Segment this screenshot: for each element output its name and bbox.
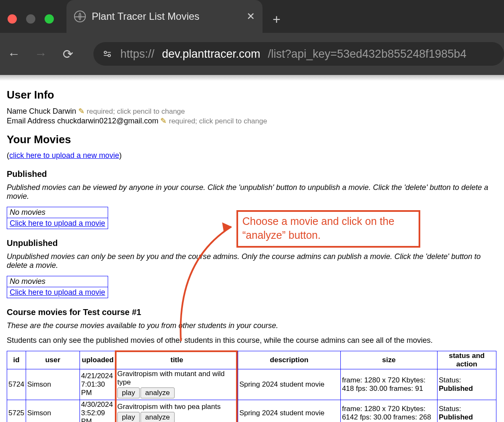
url-scheme: https:// bbox=[120, 48, 154, 61]
close-tab-icon[interactable]: ✕ bbox=[247, 11, 255, 22]
th-uploaded: uploaded bbox=[80, 351, 116, 369]
window-minimize-icon[interactable] bbox=[26, 14, 35, 24]
annotation-text: Choose a movie and click on the “analyze… bbox=[242, 215, 394, 241]
th-title: title bbox=[116, 351, 238, 369]
cell-id: 5725 bbox=[7, 400, 26, 422]
cell-user: Simson bbox=[26, 400, 80, 422]
browser-toolbar: ← → ⟳ https://dev.planttracer.com/list?a… bbox=[0, 33, 504, 75]
upload-post: ) bbox=[119, 151, 122, 160]
unpublished-no-movies: No movies bbox=[10, 277, 45, 286]
play-button[interactable]: play bbox=[117, 387, 140, 398]
page-shadow bbox=[0, 75, 504, 81]
address-bar[interactable]: https://dev.planttracer.com/list?api_key… bbox=[93, 42, 504, 66]
cell-user: Simson bbox=[26, 369, 80, 400]
unpublished-upload-link[interactable]: Click here to upload a movie bbox=[10, 288, 105, 296]
user-email-row: Email Address chuckdarwin0212@gmail.com … bbox=[7, 116, 497, 126]
cell-status: Status: Published bbox=[437, 369, 496, 400]
th-id: id bbox=[7, 351, 26, 369]
user-info-heading: User Info bbox=[7, 88, 497, 101]
cell-status: Status: Published bbox=[437, 400, 496, 422]
user-name-helper: required; click pencil to change bbox=[87, 107, 185, 115]
annotation-callout: Choose a movie and click on the “analyze… bbox=[236, 210, 420, 248]
table-header-row: id user uploaded title description size … bbox=[7, 351, 496, 369]
play-button[interactable]: play bbox=[117, 412, 140, 422]
tab-title: Plant Tracer List Movies bbox=[92, 11, 199, 22]
browser-tab[interactable]: Plant Tracer List Movies ✕ bbox=[66, 0, 263, 33]
svg-point-3 bbox=[108, 54, 111, 57]
svg-point-0 bbox=[104, 51, 107, 54]
pencil-icon[interactable]: ✎ bbox=[160, 117, 167, 125]
th-size: size bbox=[340, 351, 437, 369]
unpublished-mini-table: No movies Click here to upload a movie bbox=[7, 276, 108, 298]
user-email-value: chuckdarwin0212@gmail.com bbox=[57, 117, 158, 125]
analyze-button[interactable]: analyze bbox=[141, 412, 175, 422]
cell-uploaded: 4/30/2024 3:52:09 PM bbox=[80, 400, 116, 422]
course-desc-italic: These are the course movies available to… bbox=[7, 321, 497, 330]
table-row: 5724Simson4/21/2024 7:01:30 PMGravitropi… bbox=[7, 369, 496, 400]
published-desc: Published movies can be viewed by anyone… bbox=[7, 183, 497, 201]
upload-new-movie-link[interactable]: click here to upload a new movie bbox=[9, 151, 119, 160]
course-movies-table: id user uploaded title description size … bbox=[7, 351, 496, 422]
window-controls bbox=[8, 14, 54, 24]
user-email-helper: required; click pencil to change bbox=[169, 117, 267, 125]
th-user: user bbox=[26, 351, 80, 369]
published-mini-table: No movies Click here to upload a movie bbox=[7, 207, 108, 229]
unpublished-desc: Unpublished movies can only be seen by y… bbox=[7, 252, 497, 270]
movie-title: Gravitropism with mutant and wild type bbox=[117, 370, 236, 387]
user-email-label: Email Address bbox=[7, 117, 55, 125]
pencil-icon[interactable]: ✎ bbox=[78, 107, 85, 115]
window-close-icon[interactable] bbox=[8, 14, 17, 24]
cell-id: 5724 bbox=[7, 369, 26, 400]
cell-description: Spring 2024 student movie bbox=[238, 369, 340, 400]
published-heading: Published bbox=[7, 169, 497, 179]
cell-size: frame: 1280 x 720 Kbytes: 6142 fps: 30.0… bbox=[340, 400, 437, 422]
window-maximize-icon[interactable] bbox=[45, 14, 54, 24]
user-name-row: Name Chuck Darwin ✎ required; click penc… bbox=[7, 107, 497, 116]
back-button[interactable]: ← bbox=[8, 47, 20, 61]
upload-new-movie-row: (click here to upload a new movie) bbox=[7, 151, 497, 160]
analyze-button[interactable]: analyze bbox=[141, 387, 175, 398]
cell-title: Gravitropism with mutant and wild typepl… bbox=[116, 369, 238, 400]
th-status: status and action bbox=[437, 351, 496, 369]
user-name-value: Chuck Darwin bbox=[29, 107, 76, 115]
your-movies-heading: Your Movies bbox=[7, 133, 497, 146]
movie-title: Gravitropism with two pea plants bbox=[117, 403, 236, 411]
cell-title: Gravitropism with two pea plantsplayanal… bbox=[116, 400, 238, 422]
table-row: 5725Simson4/30/2024 3:52:09 PMGravitropi… bbox=[7, 400, 496, 422]
forward-button: → bbox=[34, 47, 47, 61]
published-upload-link[interactable]: Click here to upload a movie bbox=[10, 219, 105, 227]
new-tab-icon[interactable]: + bbox=[273, 13, 281, 26]
page-content: User Info Name Chuck Darwin ✎ required; … bbox=[0, 88, 504, 422]
cell-description: Spring 2024 student movie bbox=[238, 400, 340, 422]
user-name-label: Name bbox=[7, 107, 27, 115]
cell-size: frame: 1280 x 720 Kbytes: 418 fps: 30.00… bbox=[340, 369, 437, 400]
site-settings-icon[interactable] bbox=[102, 48, 113, 59]
cell-uploaded: 4/21/2024 7:01:30 PM bbox=[80, 369, 116, 400]
course-heading: Course movies for Test course #1 bbox=[7, 307, 497, 317]
th-description: description bbox=[238, 351, 340, 369]
url-path: /list?api_key=53ed432b855248f1985b4 bbox=[268, 48, 467, 61]
url-domain: dev.planttracer.com bbox=[162, 48, 260, 61]
svg-marker-6 bbox=[222, 222, 231, 232]
course-desc-normal: Students can only see the published movi… bbox=[7, 336, 497, 345]
browser-chrome: Plant Tracer List Movies ✕ + ← → ⟳ https… bbox=[0, 0, 504, 75]
reload-button[interactable]: ⟳ bbox=[61, 47, 74, 61]
published-no-movies: No movies bbox=[10, 208, 45, 216]
globe-icon bbox=[74, 11, 86, 22]
